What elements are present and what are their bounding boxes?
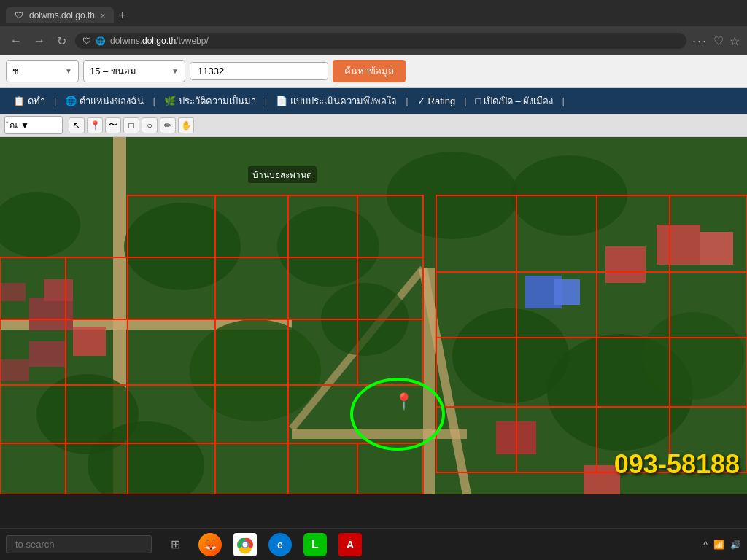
line-tool[interactable]: 〜 [105, 117, 121, 133]
wifi-icon: 📶 [713, 540, 724, 550]
search-button[interactable]: ค้นหาข้อมูล [333, 60, 406, 82]
circle-tool[interactable]: ○ [142, 117, 158, 133]
map-location-label: บ้านบ่อสะพานต [248, 166, 317, 183]
chevron-icon: ▼ [20, 120, 29, 131]
acrobat-icon[interactable]: A [338, 533, 362, 556]
edge-icon[interactable]: e [268, 533, 292, 556]
address-bar: ← → ↻ 🛡 🌐 dolwms.dol.go.th/tvwebp/ ··· ♡… [0, 26, 747, 55]
svg-point-27 [642, 312, 744, 400]
taskbar-search-input[interactable] [6, 535, 152, 553]
nav-item-history[interactable]: 🌿 ประวัติความเป็นมา [157, 93, 263, 109]
chevron-down-icon-2: ▼ [171, 67, 179, 75]
taskbar-app-icons: ⊞ 🦊 e L A [163, 533, 362, 556]
svg-point-77 [243, 542, 248, 547]
favicon-small: 🌐 [96, 36, 106, 46]
nav-item-city-plan[interactable]: □ เปิด/ปิด – ผังเมือง [468, 93, 561, 109]
tab-favicon: 🛡 [15, 10, 23, 20]
forward-button[interactable]: → [31, 33, 48, 49]
browser-tab[interactable]: 🛡 dolwms.dol.go.th × [6, 7, 114, 23]
nav-item-location[interactable]: 🌐 ตำแหน่งของฉัน [58, 93, 151, 109]
province-select[interactable]: ช ▼ [6, 60, 79, 82]
district-select[interactable]: 15 – ขนอม ▼ [83, 60, 185, 82]
draw-tool[interactable]: ✏ [160, 117, 176, 133]
nav-item-rating[interactable]: ✓ Rating [410, 96, 463, 106]
rating-icon: ✓ [417, 96, 425, 106]
bookmark-icon[interactable]: ☆ [729, 34, 740, 48]
security-icon: 🛡 [82, 36, 91, 46]
svg-rect-13 [0, 359, 29, 381]
svg-point-29 [277, 206, 379, 287]
back-button[interactable]: ← [7, 33, 25, 49]
svg-point-23 [190, 319, 321, 421]
history-icon: 🌿 [164, 96, 176, 106]
nav-item-tasks[interactable]: 📋 ดทำ [6, 93, 53, 109]
tab-close-button[interactable]: × [101, 11, 105, 20]
map-pin: 📍 [394, 392, 414, 411]
reload-button[interactable]: ↻ [54, 33, 69, 50]
pointer-tool[interactable]: ↖ [69, 117, 85, 133]
svg-rect-9 [44, 279, 73, 301]
phone-number-overlay: 093-58188 [614, 449, 740, 480]
up-arrow-icon[interactable]: ^ [703, 540, 708, 550]
svg-rect-18 [700, 232, 733, 265]
parcel-number-input[interactable] [190, 62, 328, 80]
browser-window: 🛡 dolwms.dol.go.th × + ← → ↻ 🛡 🌐 dolwms.… [0, 0, 747, 494]
survey-icon: 📄 [276, 96, 287, 106]
svg-rect-11 [73, 327, 106, 356]
app-toolbar: ช ▼ 15 – ขนอม ▼ ค้นหาข้อมูล [0, 55, 747, 88]
map-tools: ↖ 📍 〜 □ ○ ✏ ✋ [69, 117, 194, 133]
layer-select[interactable]: ัณ ▼ [4, 116, 63, 134]
url-bar[interactable]: 🛡 🌐 dolwms.dol.go.th/tvwebp/ [75, 33, 686, 49]
firefox-icon[interactable]: 🦊 [198, 533, 222, 556]
svg-rect-17 [657, 225, 700, 265]
nav-menu-bar: 📋 ดทำ | 🌐 ตำแหน่งของฉัน | 🌿 ประวัติความเ… [0, 88, 747, 114]
tab-title: dolwms.dol.go.th [29, 10, 95, 20]
taskbar: ⊞ 🦊 e L A ^ 📶 🔊 [0, 528, 747, 560]
tasks-icon: 📋 [13, 96, 25, 106]
svg-rect-12 [0, 283, 26, 301]
sub-toolbar: ัณ ▼ ↖ 📍 〜 □ ○ ✏ ✋ [0, 114, 747, 137]
chrome-icon[interactable] [233, 533, 257, 556]
svg-point-21 [124, 203, 241, 290]
location-icon: 🌐 [65, 96, 77, 106]
highlight-circle [350, 378, 445, 451]
nav-item-survey[interactable]: 📄 แบบประเมินความพึงพอใจ [268, 93, 404, 109]
new-tab-button[interactable]: + [118, 8, 126, 23]
city-plan-icon: □ [476, 96, 481, 106]
volume-icon[interactable]: 🔊 [730, 540, 741, 550]
rectangle-tool[interactable]: □ [123, 117, 139, 133]
heart-icon[interactable]: ♡ [713, 34, 724, 48]
tab-bar: 🛡 dolwms.dol.go.th × + [0, 0, 747, 26]
hand-tool[interactable]: ✋ [178, 117, 194, 133]
chevron-down-icon: ▼ [65, 67, 72, 75]
browser-menu-button[interactable]: ··· [692, 34, 708, 49]
svg-rect-10 [29, 341, 66, 367]
grid-icon[interactable]: ⊞ [163, 533, 187, 556]
pin-tool[interactable]: 📍 [87, 117, 103, 133]
line-icon[interactable]: L [303, 533, 327, 556]
svg-rect-15 [554, 279, 580, 305]
url-text: dolwms.dol.go.th/tvwebp/ [110, 36, 209, 46]
svg-rect-16 [605, 246, 646, 283]
taskbar-system-tray: ^ 📶 🔊 [703, 540, 741, 550]
map-container[interactable]: บ้านบ่อสะพานต 📍 093-58188 [0, 137, 747, 494]
